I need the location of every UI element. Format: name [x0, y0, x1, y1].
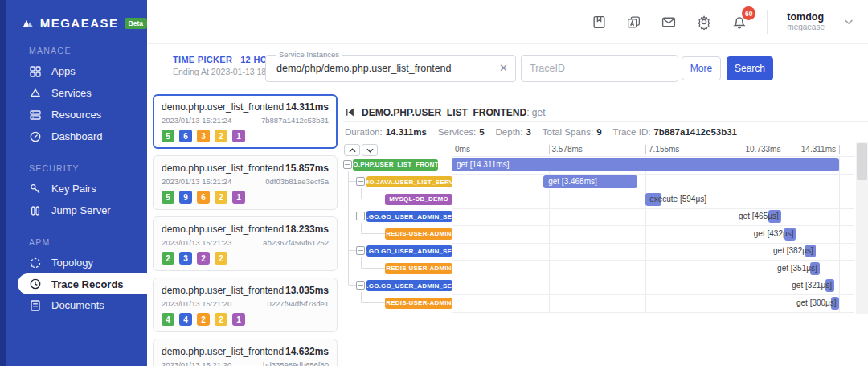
span-count-badge: 1: [232, 313, 245, 326]
trace-card[interactable]: demo.php.user_list_frontend15.857ms2023/…: [153, 155, 338, 210]
axis-tick-label: 3.578ms: [552, 145, 583, 154]
service-pill[interactable]: REDIS-USER-ADMIN: [385, 263, 452, 274]
trace-meta-value: 9: [596, 127, 601, 137]
axis-tick: [743, 145, 743, 154]
grid-line: [645, 156, 646, 312]
span-label: get [3.468ms]: [543, 175, 637, 188]
trace-card[interactable]: demo.php.user_list_frontend18.233ms2023/…: [153, 216, 338, 271]
tree-connector: [361, 223, 386, 234]
trace-card-id: 7b887a1412c53b31: [261, 116, 329, 125]
span-label: execute [594μs]: [649, 193, 706, 206]
trace-card[interactable]: demo.php.user_list_frontend14.311ms2023/…: [153, 94, 338, 149]
expand-down-button[interactable]: [362, 144, 378, 156]
collapse-toggle-icon[interactable]: [356, 281, 365, 290]
trace-card[interactable]: demo.php.user_list_frontend14.632ms2023/…: [153, 339, 338, 366]
trace-list: demo.php.user_list_frontend14.311ms2023/…: [153, 94, 338, 366]
row-separator: [452, 243, 854, 244]
service-pill-label: DEMO.GO.GO_USER_ADMIN_SERVICE: [366, 213, 452, 220]
grid-line: [743, 156, 743, 312]
span-bar[interactable]: get [3.468ms]: [543, 175, 637, 188]
collapse-toggle-icon[interactable]: [356, 246, 365, 255]
span-label: get [321μs]: [792, 279, 832, 292]
sidebar-item-topology[interactable]: Topology: [6, 252, 147, 273]
collapse-toggle-icon[interactable]: [356, 212, 365, 220]
sidebar-item-services[interactable]: Services: [6, 82, 147, 104]
service-pill[interactable]: DEMO.GO.GO_USER_ADMIN_SERVICE: [366, 211, 452, 222]
trace-meta-item: Trace ID:7b887a1412c53b31: [613, 127, 737, 137]
span-count-badge: 5: [162, 130, 174, 142]
search-button[interactable]: Search: [727, 56, 773, 80]
topbar-divider: [767, 10, 768, 34]
sidebar-nav: MANAGEAppsServicesResourcesDashboardSECU…: [6, 46, 147, 316]
trace-title: DEMO.PHP.USER_LIST_FRONTEND: [362, 107, 526, 118]
bookmark-icon[interactable]: [592, 14, 607, 30]
service-pill[interactable]: REDIS-USER-ADMIN: [385, 228, 452, 240]
tree-connector: [348, 171, 357, 286]
trace-waterfall: 0ms3.578ms7.155ms10.733ms14.311msDEMO.PH…: [343, 142, 868, 319]
service-instances-label: Service Instances: [276, 50, 342, 59]
span-bar[interactable]: get [14.311ms]: [452, 158, 839, 171]
service-pill[interactable]: MYSQL-DB_DEMO: [385, 194, 452, 205]
span-label: get [351μs]: [777, 262, 817, 275]
scrollbar-track: [856, 142, 868, 314]
sidebar: MEGAEASE Beta MANAGEAppsServicesResource…: [6, 0, 147, 366]
tree-connector: [361, 292, 386, 303]
trace-meta-item: Duration:14.311ms: [345, 127, 427, 137]
service-instances-input[interactable]: [266, 56, 515, 81]
collapse-toggle-icon[interactable]: [356, 177, 365, 186]
service-pill[interactable]: DEMO.PHP.USER_LIST_FRONTEND: [353, 159, 438, 171]
sidebar-item-label: Resources: [51, 109, 101, 121]
user-menu[interactable]: tomdog megaease: [787, 11, 825, 32]
brand-name: MEGAEASE: [40, 16, 119, 30]
axis-tick: [549, 145, 550, 154]
service-pill[interactable]: DEMO.GO.GO_USER_ADMIN_SERVICE: [366, 280, 452, 291]
sidebar-item-jump-server[interactable]: Jump Server: [6, 199, 147, 221]
trace-card-name: demo.php.user_list_frontend: [162, 162, 284, 174]
apps-icon: [29, 65, 42, 78]
sidebar-item-label: Trace Records: [51, 278, 124, 290]
sidebar-item-trace-records[interactable]: Trace Records: [18, 273, 147, 294]
row-separator: [452, 208, 854, 209]
service-pill-label: DEMO.GO.GO_USER_ADMIN_SERVICE: [366, 248, 452, 255]
trace-operation: : get: [526, 107, 545, 118]
collapse-toggle-icon[interactable]: [343, 160, 352, 169]
user-name: tomdog: [787, 11, 825, 23]
service-pill[interactable]: REDIS-USER-ADMIN: [385, 298, 452, 309]
settings-icon[interactable]: [696, 14, 712, 30]
scrollbar-thumb[interactable]: [857, 143, 867, 180]
sidebar-section-title: SECURITY: [6, 163, 147, 173]
trace-id-input[interactable]: [522, 56, 678, 81]
axis-tick: [452, 145, 452, 154]
mail-icon[interactable]: [661, 14, 677, 30]
row-separator: [452, 260, 854, 261]
resources-icon: [29, 109, 42, 121]
sidebar-item-label: Topology: [51, 257, 93, 269]
service-pill[interactable]: DEMO.GO.GO_USER_ADMIN_SERVICE: [366, 245, 452, 257]
span-label: get [465μs]: [739, 210, 779, 223]
skip-to-start-icon[interactable]: [345, 107, 355, 117]
service-pill-label: DEMO.PHP.USER_LIST_FRONTEND: [353, 161, 438, 168]
more-button[interactable]: More: [682, 56, 721, 80]
notification-bell-icon[interactable]: 60: [731, 14, 747, 30]
service-pill-label: REDIS-USER-ADMIN: [386, 299, 451, 306]
trace-card-header: demo.php.user_list_frontend14.311ms: [162, 101, 329, 113]
divider: [343, 121, 868, 122]
trace-card[interactable]: demo.php.user_list_frontend13.035ms2023/…: [153, 278, 338, 332]
clock-icon: [29, 278, 42, 290]
sidebar-item-key-pairs[interactable]: Key Pairs: [6, 178, 147, 199]
sidebar-item-apps[interactable]: Apps: [6, 60, 147, 82]
sidebar-item-documents[interactable]: Documents: [6, 294, 147, 316]
user-org: megaease: [787, 23, 825, 32]
collapse-up-button[interactable]: [344, 144, 360, 156]
trace-meta-item: Services:5: [438, 127, 485, 137]
trace-meta: Duration:14.311msServices:5Depth:3Total …: [345, 127, 737, 137]
trace-meta-value: 7b887a1412c53b31: [653, 127, 737, 137]
chevron-down-icon[interactable]: [844, 19, 854, 25]
clear-icon[interactable]: ✕: [499, 62, 508, 74]
trace-card-name: demo.php.user_list_frontend: [162, 285, 284, 296]
trace-card-id: 0227f94df9f78de1: [267, 299, 329, 308]
translate-icon[interactable]: [626, 14, 641, 30]
sidebar-item-resources[interactable]: Resources: [6, 104, 147, 125]
sidebar-item-dashboard[interactable]: Dashboard: [6, 125, 147, 147]
service-pill[interactable]: DEMO.JAVA.USER_LIST_SERVICE: [366, 176, 452, 187]
